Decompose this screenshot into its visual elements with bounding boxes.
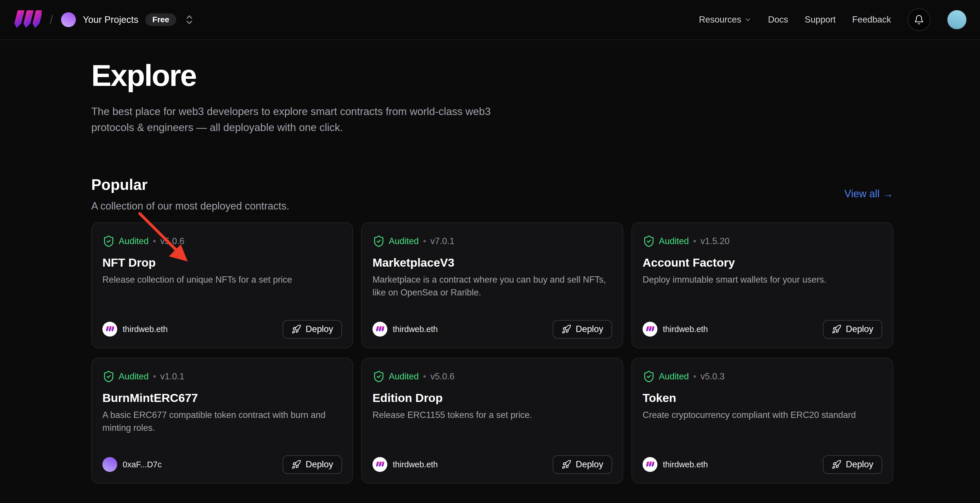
top-navbar: / Your Projects Free Resources Docs Supp… (0, 0, 980, 40)
nav-link-support[interactable]: Support (805, 14, 836, 25)
audited-label: Audited (389, 236, 419, 246)
card-meta-row: Audited • v5.0.6 (372, 370, 612, 383)
deploy-button[interactable]: Deploy (823, 455, 883, 474)
publisher-avatar (102, 457, 117, 472)
nav-link-docs[interactable]: Docs (768, 14, 788, 25)
publisher-link[interactable]: thirdweb.eth (372, 457, 438, 472)
version-label: v5.0.6 (160, 236, 184, 246)
card-description: Deploy immutable smart wallets for your … (643, 273, 882, 286)
audited-badge[interactable]: Audited (643, 235, 689, 248)
rocket-icon (832, 460, 842, 469)
separator-dot: • (423, 236, 426, 246)
audited-badge[interactable]: Audited (102, 370, 149, 383)
deploy-button[interactable]: Deploy (283, 455, 342, 474)
breadcrumb-separator: / (49, 13, 53, 27)
deploy-button[interactable]: Deploy (553, 455, 612, 474)
popular-subtitle: A collection of our most deployed contra… (91, 200, 289, 212)
card-meta-row: Audited • v1.0.1 (102, 370, 342, 383)
contract-card-burnminterc677[interactable]: Audited • v1.0.1 BurnMintERC677 A basic … (91, 358, 353, 484)
user-avatar[interactable] (947, 10, 967, 30)
contract-card-edition-drop[interactable]: Audited • v5.0.6 Edition Drop Release ER… (361, 358, 623, 484)
audited-badge[interactable]: Audited (643, 370, 689, 383)
card-footer: thirdweb.eth Deploy (372, 320, 612, 339)
shield-check-icon (643, 235, 655, 248)
publisher-name: 0xaF...D7c (123, 460, 162, 469)
nav-link-resources[interactable]: Resources (699, 14, 751, 25)
popular-header: Popular A collection of our most deploye… (91, 176, 893, 212)
deploy-button[interactable]: Deploy (823, 320, 883, 339)
publisher-name: thirdweb.eth (393, 460, 438, 469)
view-all-link[interactable]: View all → (845, 188, 893, 200)
thirdweb-mini-logo-icon (105, 326, 114, 332)
card-title: NFT Drop (102, 256, 342, 270)
version-label: v1.0.1 (160, 371, 184, 382)
separator-dot: • (693, 371, 696, 382)
publisher-avatar (102, 322, 117, 337)
publisher-name: thirdweb.eth (663, 324, 708, 334)
thirdweb-mini-logo-icon (375, 326, 384, 332)
publisher-link[interactable]: thirdweb.eth (372, 322, 438, 337)
thirdweb-logo-icon[interactable] (13, 10, 41, 29)
team-avatar (61, 12, 76, 27)
deploy-button[interactable]: Deploy (553, 320, 612, 339)
plan-badge: Free (145, 13, 176, 26)
page-subtitle: The best place for web3 developers to ex… (91, 104, 528, 136)
card-description: Release collection of unique NFTs for a … (102, 273, 342, 286)
popular-header-left: Popular A collection of our most deploye… (91, 176, 289, 212)
chevron-down-icon (744, 16, 751, 23)
deploy-label: Deploy (576, 324, 603, 334)
contract-card-account-factory[interactable]: Audited • v1.5.20 Account Factory Deploy… (632, 222, 893, 348)
publisher-avatar (643, 322, 657, 337)
deploy-label: Deploy (576, 459, 603, 469)
thirdweb-mini-logo-icon (646, 461, 654, 467)
contract-card-marketplacev3[interactable]: Audited • v7.0.1 MarketplaceV3 Marketpla… (361, 222, 623, 348)
deploy-button[interactable]: Deploy (283, 320, 342, 339)
version-label: v7.0.1 (430, 236, 454, 246)
separator-dot: • (153, 236, 156, 246)
card-meta-row: Audited • v5.0.3 (643, 370, 882, 383)
popular-title: Popular (91, 176, 289, 194)
card-meta-row: Audited • v7.0.1 (372, 235, 612, 248)
publisher-link[interactable]: 0xaF...D7c (102, 457, 162, 472)
team-switcher[interactable]: Your Projects Free (61, 12, 195, 27)
card-footer: thirdweb.eth Deploy (643, 455, 882, 474)
version-label: v1.5.20 (700, 236, 730, 246)
separator-dot: • (423, 371, 426, 382)
explore-page: / Your Projects Free Resources Docs Supp… (0, 0, 980, 503)
deploy-label: Deploy (306, 459, 333, 469)
card-title: BurnMintERC677 (102, 391, 342, 405)
deploy-label: Deploy (306, 324, 333, 334)
shield-check-icon (372, 235, 385, 248)
audited-badge[interactable]: Audited (372, 370, 419, 383)
audited-label: Audited (659, 236, 689, 246)
deploy-label: Deploy (846, 324, 873, 334)
rocket-icon (291, 460, 301, 469)
separator-dot: • (153, 371, 156, 382)
rocket-icon (562, 324, 571, 334)
nav-link-feedback[interactable]: Feedback (852, 14, 891, 25)
shield-check-icon (102, 370, 115, 383)
publisher-avatar (372, 322, 387, 337)
main-content: Explore The best place for web3 develope… (91, 40, 893, 484)
card-title: Edition Drop (372, 391, 612, 405)
card-title: Token (643, 391, 882, 405)
audited-badge[interactable]: Audited (372, 235, 419, 248)
audited-badge[interactable]: Audited (102, 235, 149, 248)
nav-link-resources-label: Resources (699, 14, 741, 25)
publisher-link[interactable]: thirdweb.eth (643, 457, 708, 472)
contract-card-token[interactable]: Audited • v5.0.3 Token Create cryptocurr… (632, 358, 893, 484)
card-meta-row: Audited • v1.5.20 (643, 235, 882, 248)
publisher-avatar (643, 457, 657, 472)
publisher-name: thirdweb.eth (393, 324, 438, 334)
publisher-link[interactable]: thirdweb.eth (102, 322, 168, 337)
audited-label: Audited (659, 371, 689, 382)
publisher-name: thirdweb.eth (663, 460, 708, 469)
shield-check-icon (643, 370, 655, 383)
contract-card-nft-drop[interactable]: Audited • v5.0.6 NFT Drop Release collec… (91, 222, 353, 348)
thirdweb-mini-logo-icon (646, 326, 654, 332)
card-footer: thirdweb.eth Deploy (102, 320, 342, 339)
notifications-button[interactable] (908, 8, 931, 31)
view-all-label: View all (845, 188, 880, 200)
page-title: Explore (91, 59, 893, 92)
publisher-link[interactable]: thirdweb.eth (643, 322, 708, 337)
